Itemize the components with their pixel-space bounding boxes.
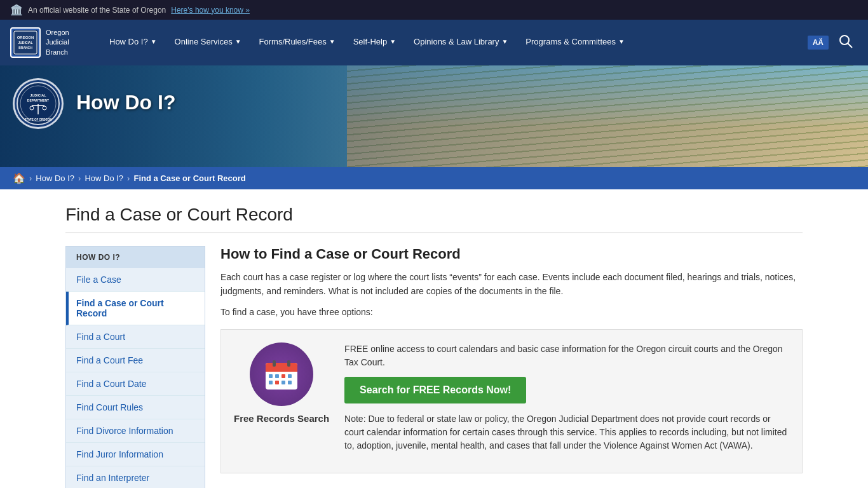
svg-rect-24 bbox=[288, 374, 292, 378]
svg-text:OREGON: OREGON bbox=[17, 36, 34, 39]
breadcrumb-sep: › bbox=[127, 173, 130, 183]
nav-item-online[interactable]: Online Services ▼ bbox=[167, 20, 249, 65]
breadcrumb-howdoi-1[interactable]: How Do I? bbox=[36, 173, 74, 183]
banner-link[interactable]: Here's how you know » bbox=[171, 6, 250, 15]
breadcrumb-sep: › bbox=[29, 173, 32, 183]
main-content: Find a Case or Court Record HOW DO I? Fi… bbox=[53, 189, 815, 488]
top-banner: 🏛️ An official website of the State of O… bbox=[0, 0, 868, 20]
nav-item-howdoi[interactable]: How Do I? ▼ bbox=[102, 20, 165, 65]
records-box: Free Records Search FREE online access t… bbox=[220, 329, 803, 473]
svg-point-5 bbox=[840, 36, 849, 44]
search-button[interactable] bbox=[834, 29, 858, 57]
sidebar-item-interpreter[interactable]: Find an Interpreter bbox=[66, 466, 205, 488]
content-area: How to Find a Case or Court Record Each … bbox=[220, 246, 803, 488]
nav-item-programs[interactable]: Programs & Committees ▼ bbox=[518, 20, 632, 65]
records-description: FREE online access to court calendars an… bbox=[344, 342, 789, 369]
breadcrumb-howdoi-2[interactable]: How Do I? bbox=[85, 173, 123, 183]
sidebar-item-find-case[interactable]: Find a Case or Court Record bbox=[66, 292, 205, 325]
nav-logo[interactable]: OREGON JUDICIAL BRANCH Oregon Judicial B… bbox=[10, 27, 86, 58]
records-note: Note: Due to federal or state law or pol… bbox=[344, 412, 789, 452]
sidebar: HOW DO I? File a Case Find a Case or Cou… bbox=[65, 246, 205, 488]
nav-item-selfhelp[interactable]: Self-Help ▼ bbox=[346, 20, 403, 65]
nav-actions: AÄ bbox=[808, 29, 858, 57]
svg-rect-20 bbox=[287, 360, 290, 367]
content-layout: HOW DO I? File a Case Find a Case or Cou… bbox=[65, 246, 803, 488]
hero-overlay bbox=[0, 65, 868, 167]
svg-rect-27 bbox=[281, 381, 285, 384]
search-records-button[interactable]: Search for FREE Records Now! bbox=[344, 377, 526, 403]
nav-item-opinions[interactable]: Opinions & Law Library ▼ bbox=[406, 20, 515, 65]
svg-rect-28 bbox=[288, 381, 292, 384]
svg-line-6 bbox=[848, 43, 852, 48]
sidebar-item-divorce[interactable]: Find Divorce Information bbox=[66, 419, 205, 443]
chevron-down-icon: ▼ bbox=[390, 38, 396, 45]
content-para1: Each court has a case register or log wh… bbox=[220, 270, 803, 299]
hero-title: How Do I? bbox=[76, 91, 175, 114]
svg-text:STATE OF OREGON: STATE OF OREGON bbox=[25, 118, 52, 121]
hero-seal: JUDICIAL DEPARTMENT STATE OF OREGON bbox=[13, 78, 64, 129]
svg-text:BRANCH: BRANCH bbox=[18, 46, 32, 50]
nav-item-forms[interactable]: Forms/Rules/Fees ▼ bbox=[252, 20, 343, 65]
sidebar-heading: HOW DO I? bbox=[66, 247, 205, 268]
logo-seal: OREGON JUDICIAL BRANCH bbox=[10, 27, 41, 58]
svg-rect-19 bbox=[273, 360, 276, 367]
svg-rect-26 bbox=[275, 381, 279, 384]
sidebar-item-court-rules[interactable]: Find Court Rules bbox=[66, 396, 205, 419]
chevron-down-icon: ▼ bbox=[501, 38, 508, 45]
records-icon-label: Free Records Search bbox=[234, 412, 329, 425]
breadcrumb-current: Find a Case or Court Record bbox=[133, 173, 245, 183]
records-info: FREE online access to court calendars an… bbox=[344, 342, 789, 460]
breadcrumb: 🏠 › How Do I? › How Do I? › Find a Case … bbox=[0, 167, 868, 189]
nav-items: How Do I? ▼ Online Services ▼ Forms/Rule… bbox=[102, 20, 808, 65]
translate-button[interactable]: AÄ bbox=[808, 36, 829, 50]
hero-section: JUDICIAL DEPARTMENT STATE OF OREGON How … bbox=[0, 65, 868, 167]
banner-text: An official website of the State of Oreg… bbox=[28, 6, 166, 15]
page-title: Find a Case or Court Record bbox=[65, 205, 803, 233]
svg-rect-23 bbox=[281, 374, 285, 378]
svg-text:JUDICIAL: JUDICIAL bbox=[18, 41, 32, 44]
breadcrumb-sep: › bbox=[78, 173, 81, 183]
svg-rect-25 bbox=[269, 381, 273, 384]
flag-icon: 🏛️ bbox=[10, 4, 23, 16]
main-nav: OREGON JUDICIAL BRANCH Oregon Judicial B… bbox=[0, 20, 868, 65]
sidebar-item-find-court[interactable]: Find a Court bbox=[66, 325, 205, 349]
calendar-icon bbox=[250, 342, 313, 406]
sidebar-item-juror[interactable]: Find Juror Information bbox=[66, 443, 205, 466]
content-heading: How to Find a Case or Court Record bbox=[220, 246, 803, 262]
svg-text:JUDICIAL: JUDICIAL bbox=[30, 93, 46, 97]
chevron-down-icon: ▼ bbox=[151, 38, 157, 45]
chevron-down-icon: ▼ bbox=[235, 38, 241, 45]
records-icon-area: Free Records Search bbox=[234, 342, 329, 425]
content-para2: To find a case, you have three options: bbox=[220, 305, 803, 319]
sidebar-item-find-date[interactable]: Find a Court Date bbox=[66, 372, 205, 396]
chevron-down-icon: ▼ bbox=[329, 38, 336, 45]
sidebar-item-file-case[interactable]: File a Case bbox=[66, 268, 205, 292]
sidebar-item-find-fee[interactable]: Find a Court Fee bbox=[66, 349, 205, 372]
svg-rect-22 bbox=[275, 374, 279, 378]
chevron-down-icon: ▼ bbox=[618, 38, 625, 45]
logo-text: Oregon Judicial Branch bbox=[46, 28, 69, 57]
home-icon[interactable]: 🏠 bbox=[13, 172, 25, 184]
svg-text:DEPARTMENT: DEPARTMENT bbox=[27, 98, 49, 102]
svg-rect-18 bbox=[266, 368, 297, 372]
svg-rect-21 bbox=[269, 374, 273, 378]
